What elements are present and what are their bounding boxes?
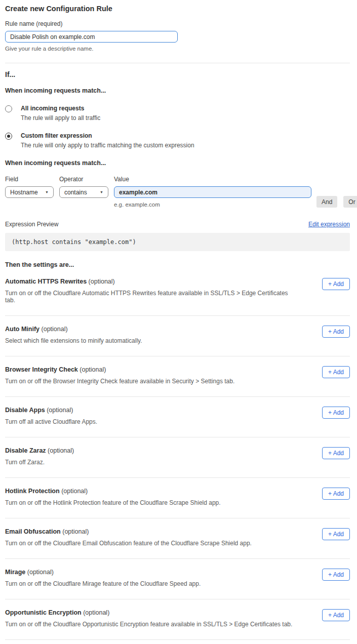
field-select-value: Hostname [10, 189, 38, 196]
setting-row: Disable Zaraz (optional) Turn off Zaraz.… [5, 437, 350, 478]
field-label: Field [5, 176, 54, 183]
rule-name-input[interactable] [5, 31, 178, 43]
chevron-down-icon: ▼ [100, 190, 103, 194]
setting-name: Mirage [5, 569, 25, 576]
add-button[interactable]: + Add [322, 569, 350, 581]
setting-optional: (optional) [87, 278, 115, 285]
setting-name: Email Obfuscation [5, 528, 61, 535]
add-button[interactable]: + Add [322, 609, 350, 621]
polish-setting-row: Polish (optional) ✕ Change the settings … [5, 640, 350, 644]
setting-row: Opportunistic Encryption (optional) Turn… [5, 599, 350, 640]
edit-expression-link[interactable]: Edit expression [308, 221, 350, 228]
radio-custom-filter-expression[interactable]: Custom filter expression The rule will o… [5, 132, 350, 149]
add-button[interactable]: + Add [322, 326, 350, 338]
setting-row: Automatic HTTPS Rewrites (optional) Turn… [5, 268, 350, 316]
radio-option-label: All incoming requests [21, 105, 100, 112]
operator-label: Operator [59, 176, 108, 183]
setting-row: Disable Apps (optional) Turn off all act… [5, 397, 350, 437]
request-match-radio-group: All incoming requests The rule will appl… [5, 105, 350, 149]
page-title: Create new Configuration Rule [5, 5, 350, 13]
setting-description: Turn on or off the Cloudflare Opportunis… [5, 621, 292, 628]
setting-optional: (optional) [39, 326, 68, 333]
rule-name-label: Rule name (required) [5, 20, 350, 27]
setting-optional: (optional) [46, 447, 74, 454]
value-helper: e.g. example.com [114, 202, 311, 208]
setting-description: Turn on or off the Cloudflare Automatic … [5, 290, 299, 304]
setting-optional: (optional) [78, 366, 106, 373]
setting-name: Disable Zaraz [5, 447, 46, 454]
setting-optional: (optional) [60, 488, 88, 495]
setting-row: Email Obfuscation (optional) Turn on or … [5, 518, 350, 559]
radio-option-description: The rule will only apply to traffic matc… [21, 142, 194, 149]
value-input[interactable] [114, 186, 311, 198]
or-button[interactable]: Or [343, 196, 357, 208]
expression-preview-code: (http.host contains "example.com") [5, 233, 350, 251]
setting-name: Disable Apps [5, 407, 45, 414]
if-heading: If... [5, 70, 350, 78]
setting-name: Automatic HTTPS Rewrites [5, 278, 87, 285]
setting-optional: (optional) [45, 407, 73, 414]
setting-description: Turn on or off the Hotlink Protection fe… [5, 499, 221, 506]
setting-optional: (optional) [61, 528, 89, 535]
then-heading: Then the settings are... [5, 261, 350, 268]
radio-option-label: Custom filter expression [21, 132, 194, 139]
setting-description: Turn on or off the Cloudflare Email Obfu… [5, 540, 252, 547]
value-label: Value [114, 176, 311, 183]
setting-optional: (optional) [25, 569, 54, 576]
expression-preview-label: Expression Preview [5, 221, 58, 228]
setting-description: Turn off all active Cloudflare Apps. [5, 418, 97, 425]
setting-name: Hotlink Protection [5, 488, 60, 495]
builder-heading: When incoming requests match... [5, 159, 350, 167]
operator-select-value: contains [64, 189, 87, 196]
setting-optional: (optional) [82, 609, 110, 616]
section-divider [5, 63, 350, 63]
setting-row: Browser Integrity Check (optional) Turn … [5, 356, 350, 397]
setting-description: Select which file extensions to minify a… [5, 337, 142, 344]
add-button[interactable]: + Add [322, 407, 350, 419]
chevron-down-icon: ▼ [45, 190, 49, 194]
setting-description: Turn on or off the Cloudflare Mirage fea… [5, 580, 201, 587]
add-button[interactable]: + Add [322, 488, 350, 500]
setting-name: Opportunistic Encryption [5, 609, 82, 616]
setting-row: Mirage (optional) Turn on or off the Clo… [5, 559, 350, 599]
add-button[interactable]: + Add [322, 366, 350, 378]
add-button[interactable]: + Add [322, 447, 350, 459]
add-button[interactable]: + Add [322, 528, 350, 540]
setting-name: Auto Minify [5, 326, 39, 333]
and-button[interactable]: And [316, 196, 337, 208]
setting-row: Hotlink Protection (optional) Turn on or… [5, 478, 350, 518]
radio-option-description: The rule will apply to all traffic [21, 114, 100, 122]
field-select[interactable]: Hostname ▼ [5, 186, 54, 198]
settings-list: Automatic HTTPS Rewrites (optional) Turn… [5, 268, 350, 640]
setting-description: Turn off Zaraz. [5, 459, 74, 466]
create-configuration-rule-page: Create new Configuration Rule Rule name … [0, 0, 357, 644]
radio-button-icon[interactable] [5, 133, 12, 140]
rule-name-helper: Give your rule a descriptive name. [5, 46, 350, 52]
expression-builder: When incoming requests match... Field Ho… [5, 159, 350, 208]
setting-description: Turn on or off the Browser Integrity Che… [5, 378, 234, 385]
radio-button-icon[interactable] [5, 105, 12, 112]
setting-name: Browser Integrity Check [5, 366, 78, 373]
add-button[interactable]: + Add [322, 278, 350, 290]
operator-select[interactable]: contains ▼ [59, 186, 108, 198]
radio-all-incoming-requests[interactable]: All incoming requests The rule will appl… [5, 105, 350, 122]
match-subheading: When incoming requests match... [5, 87, 350, 94]
setting-row: Auto Minify (optional) Select which file… [5, 316, 350, 356]
